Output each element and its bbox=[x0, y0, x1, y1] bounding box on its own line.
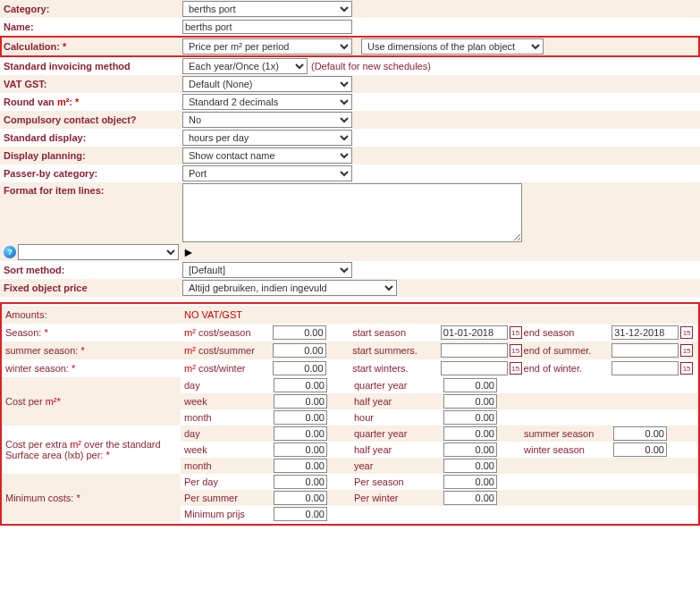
name-input[interactable] bbox=[182, 20, 352, 34]
cost-per-m2-label: Cost per m²* bbox=[2, 377, 181, 426]
cost-input[interactable] bbox=[613, 426, 667, 441]
sort-label: Sort method: bbox=[4, 265, 182, 275]
unit-label: week bbox=[184, 396, 274, 407]
stddisplay-label: Standard display: bbox=[4, 132, 182, 143]
cost-input[interactable] bbox=[274, 442, 327, 457]
cost-input[interactable] bbox=[443, 475, 497, 489]
calculation-dim-select[interactable]: Use dimensions of the plan object bbox=[361, 38, 544, 55]
category-select[interactable]: berths port bbox=[182, 1, 352, 17]
season-start-input[interactable] bbox=[441, 325, 508, 340]
format-label: Format for item lines: bbox=[4, 183, 182, 196]
displayplan-label: Display planning: bbox=[4, 150, 182, 161]
unit-label: summer season bbox=[524, 428, 613, 439]
cost-input[interactable] bbox=[274, 410, 327, 425]
summer-start-label: start summers. bbox=[352, 345, 441, 356]
unit-label: year bbox=[354, 460, 443, 471]
summer-cost-input[interactable] bbox=[273, 343, 326, 358]
winter-start-label: start winters. bbox=[352, 363, 441, 374]
compulsory-label: Compulsory contact object? bbox=[4, 114, 182, 125]
help-icon[interactable]: ? bbox=[4, 246, 16, 258]
calendar-icon[interactable]: 15 bbox=[680, 344, 693, 357]
unit-label: winter season bbox=[524, 444, 613, 455]
calendar-icon[interactable]: 15 bbox=[510, 326, 522, 339]
cost-input[interactable] bbox=[274, 394, 327, 409]
unit-label: Per winter bbox=[354, 493, 443, 503]
cost-input[interactable] bbox=[274, 426, 327, 441]
invoicing-label: Standard invoicing method bbox=[4, 61, 182, 72]
cost-input[interactable] bbox=[443, 491, 497, 505]
unit-label: month bbox=[184, 460, 274, 471]
unit-label: half year bbox=[354, 396, 443, 407]
unit-label: quarter year bbox=[354, 428, 443, 439]
calendar-icon[interactable]: 15 bbox=[680, 362, 693, 375]
vat-label: VAT GST: bbox=[4, 79, 182, 89]
summer-end-input[interactable] bbox=[611, 343, 679, 358]
season-end-label: end season bbox=[524, 327, 612, 338]
cost-input[interactable] bbox=[274, 475, 327, 489]
calendar-icon[interactable]: 15 bbox=[510, 344, 522, 357]
summer-label: summer season: * bbox=[5, 345, 184, 356]
cost-input[interactable] bbox=[443, 426, 497, 441]
cost-input[interactable] bbox=[613, 442, 667, 457]
stddisplay-select[interactable]: hours per day bbox=[182, 130, 352, 146]
compulsory-select[interactable]: No bbox=[182, 112, 352, 128]
amounts-value: NO VAT/GST bbox=[184, 309, 242, 320]
cost-input[interactable] bbox=[443, 378, 497, 392]
fixed-select[interactable]: Altijd gebruiken, indien ingevuld bbox=[182, 280, 397, 296]
winter-cost-input[interactable] bbox=[273, 361, 326, 375]
summer-end-label: end of summer. bbox=[524, 345, 612, 356]
vat-select[interactable]: Default (None) bbox=[182, 76, 352, 92]
cost-input[interactable] bbox=[274, 459, 327, 473]
calendar-icon[interactable]: 15 bbox=[680, 326, 693, 339]
summer-start-input[interactable] bbox=[441, 343, 508, 358]
unit-label: Per season bbox=[354, 476, 443, 487]
unit-label: month bbox=[184, 412, 274, 423]
displayplan-select[interactable]: Show contact name bbox=[182, 148, 352, 164]
winter-label: winter season: * bbox=[5, 363, 184, 374]
unit-label: Per summer bbox=[184, 493, 274, 503]
unit-label: week bbox=[184, 444, 274, 455]
calculation-select[interactable]: Price per m² per period bbox=[182, 38, 352, 55]
amounts-label: Amounts: bbox=[5, 309, 184, 320]
cost-input[interactable] bbox=[443, 410, 497, 425]
cost-input[interactable] bbox=[274, 507, 327, 521]
season-start-label: start season bbox=[352, 327, 441, 338]
unit-label: half year bbox=[354, 444, 443, 455]
minimum-label: Minimum costs: * bbox=[2, 474, 181, 522]
passerby-select[interactable]: Port bbox=[182, 165, 352, 181]
category-label: Category: bbox=[4, 4, 182, 14]
format-token-select[interactable] bbox=[18, 244, 179, 260]
fixed-label: Fixed object price bbox=[4, 282, 182, 293]
insert-arrow-icon[interactable]: ► bbox=[182, 245, 195, 259]
season-label: Season: * bbox=[5, 327, 184, 338]
format-textarea[interactable] bbox=[182, 183, 522, 242]
cost-input[interactable] bbox=[274, 378, 327, 392]
invoicing-note: (Default for new schedules) bbox=[311, 61, 431, 72]
unit-label: day bbox=[184, 428, 274, 439]
name-label: Name: bbox=[4, 21, 182, 32]
sort-select[interactable]: [Default] bbox=[182, 262, 352, 278]
passerby-label: Passer-by category: bbox=[4, 168, 182, 179]
calendar-icon[interactable]: 15 bbox=[510, 362, 522, 375]
cost-input[interactable] bbox=[274, 491, 327, 505]
cost-input[interactable] bbox=[443, 442, 497, 457]
cost-input[interactable] bbox=[443, 459, 497, 473]
winter-end-input[interactable] bbox=[611, 361, 679, 375]
unit-label: quarter year bbox=[354, 380, 443, 391]
cost-extra-label: Cost per extra m² over the standard Surf… bbox=[2, 426, 181, 474]
unit-label: Per day bbox=[184, 476, 274, 487]
unit-label: day bbox=[184, 380, 274, 391]
unit-label: Minimum prijs bbox=[184, 509, 274, 519]
round-select[interactable]: Standard 2 decimals bbox=[182, 94, 352, 110]
season-cost-input[interactable] bbox=[273, 325, 326, 340]
calculation-label: Calculation: * bbox=[4, 41, 182, 52]
invoicing-select[interactable]: Each year/Once (1x) bbox=[182, 58, 308, 74]
winter-start-input[interactable] bbox=[441, 361, 508, 375]
round-label: Round van m²: * bbox=[4, 97, 182, 107]
cost-input[interactable] bbox=[443, 394, 497, 409]
unit-label: hour bbox=[354, 412, 443, 423]
season-end-input[interactable] bbox=[611, 325, 679, 340]
winter-end-label: end of winter. bbox=[524, 363, 612, 374]
